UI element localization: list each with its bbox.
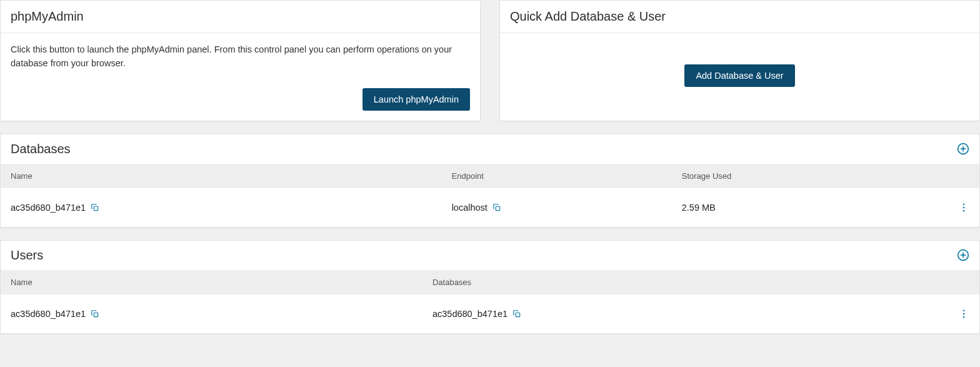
database-name: ac35d680_b471e1: [11, 203, 86, 213]
svg-point-7: [963, 209, 965, 211]
svg-point-15: [963, 316, 965, 318]
more-options-icon[interactable]: [958, 308, 969, 319]
database-endpoint: localhost: [452, 203, 488, 213]
phpmyadmin-description: Click this button to launch the phpMyAdm…: [11, 43, 470, 71]
svg-point-13: [963, 309, 965, 311]
users-panel: Users Name Databases ac35d680_b471e1: [0, 240, 980, 334]
databases-table-header: Name Endpoint Storage Used: [1, 164, 979, 188]
more-options-icon[interactable]: [958, 202, 969, 213]
copy-icon[interactable]: [492, 203, 501, 212]
users-table-header: Name Databases: [1, 270, 979, 294]
quick-add-title: Quick Add Database & User: [510, 9, 969, 24]
databases-panel: Databases Name Endpoint Storage Used ac3…: [0, 134, 980, 228]
column-header-databases: Databases: [432, 278, 912, 287]
users-title: Users: [11, 248, 43, 263]
database-row: ac35d680_b471e1 localhost: [1, 188, 979, 227]
copy-icon[interactable]: [91, 309, 99, 318]
quick-add-card: Quick Add Database & User Add Database &…: [499, 0, 980, 121]
add-user-icon[interactable]: [957, 249, 969, 261]
database-storage: 2.59 MB: [682, 203, 716, 213]
databases-title: Databases: [11, 142, 71, 156]
svg-point-6: [963, 206, 965, 208]
svg-rect-12: [516, 313, 519, 316]
column-header-storage: Storage Used: [682, 171, 912, 181]
column-header-name: Name: [11, 171, 452, 181]
user-name: ac35d680_b471e1: [11, 309, 86, 319]
phpmyadmin-title: phpMyAdmin: [11, 9, 470, 24]
launch-phpmyadmin-button[interactable]: Launch phpMyAdmin: [362, 88, 470, 111]
svg-rect-11: [94, 313, 98, 316]
user-databases: ac35d680_b471e1: [432, 309, 508, 319]
add-database-icon[interactable]: [957, 143, 969, 155]
add-database-user-button[interactable]: Add Database & User: [684, 64, 794, 87]
copy-icon[interactable]: [512, 309, 521, 318]
svg-point-14: [963, 313, 965, 314]
user-row: ac35d680_b471e1 ac35d680_b471e1: [1, 294, 979, 333]
copy-icon[interactable]: [91, 203, 99, 212]
svg-rect-3: [94, 206, 98, 210]
svg-point-5: [963, 203, 965, 205]
phpmyadmin-card: phpMyAdmin Click this button to launch t…: [0, 0, 481, 121]
column-header-name: Name: [11, 278, 432, 287]
column-header-endpoint: Endpoint: [452, 171, 682, 181]
svg-rect-4: [496, 206, 499, 210]
